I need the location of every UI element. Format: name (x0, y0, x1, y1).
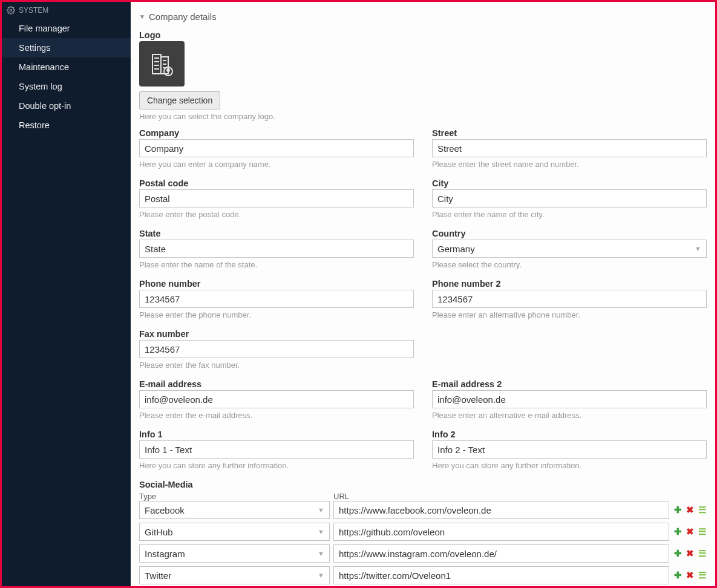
chevron-down-icon: ▼ (318, 506, 324, 514)
country-value: Germany (437, 244, 475, 254)
social-url-input[interactable] (333, 544, 669, 563)
sidebar: SYSTEM File manager Settings Maintenance… (2, 2, 131, 586)
info1-input[interactable] (139, 440, 414, 459)
phone2-input[interactable] (432, 290, 707, 308)
email-label: E-mail address (139, 379, 414, 389)
sidebar-title: SYSTEM (19, 6, 48, 15)
info2-help: Here you can store any further informati… (432, 461, 707, 470)
svg-rect-1 (152, 54, 161, 74)
phone2-help: Please enter an alternative phone number… (432, 310, 707, 319)
social-label: Social-Media (139, 480, 707, 489)
country-label: Country (432, 229, 707, 238)
delete-row-icon[interactable]: ✖ (685, 570, 695, 580)
info1-help: Here you can store any further informati… (139, 461, 414, 470)
info1-label: Info 1 (139, 430, 414, 439)
chevron-down-icon: ▼ (318, 528, 324, 535)
social-type-select[interactable]: Instagram▼ (139, 544, 330, 563)
social-row: Facebook▼ ✚ ✖ ☰ (139, 501, 707, 519)
chevron-down-icon: ▼ (318, 572, 324, 579)
phone-help: Please enter the phone number. (139, 310, 414, 319)
svg-point-0 (10, 9, 12, 11)
social-row: Twitter▼ ✚ ✖ ☰ (139, 566, 707, 584)
phone-input[interactable] (139, 290, 414, 308)
add-row-icon[interactable]: ✚ (673, 549, 683, 558)
social-type-select[interactable]: GitHub▼ (139, 523, 330, 541)
drag-handle-icon[interactable]: ☰ (697, 549, 707, 558)
drag-handle-icon[interactable]: ☰ (697, 527, 707, 537)
email-help: Please enter the e-mail address. (139, 411, 414, 420)
sidebar-item-file-manager[interactable]: File manager (2, 19, 131, 38)
sidebar-item-system-log[interactable]: System log (2, 77, 131, 96)
sidebar-item-restore[interactable]: Restore (2, 116, 131, 135)
add-row-icon[interactable]: ✚ (673, 505, 683, 515)
info2-input[interactable] (432, 440, 707, 459)
phone-label: Phone number (139, 279, 414, 289)
sidebar-header: SYSTEM (2, 2, 131, 19)
social-col-type: Type (139, 492, 330, 501)
email2-label: E-mail address 2 (432, 379, 707, 389)
social-type-select[interactable]: Facebook▼ (139, 501, 330, 519)
company-logo-preview (139, 41, 185, 87)
sidebar-item-settings[interactable]: Settings (2, 38, 131, 57)
social-url-input[interactable] (333, 523, 669, 541)
social-url-input[interactable] (333, 501, 669, 519)
delete-row-icon[interactable]: ✖ (685, 527, 695, 537)
state-help: Plase enter the name of the state. (139, 260, 414, 269)
country-select[interactable]: Germany ▼ (432, 240, 707, 258)
gear-icon (7, 6, 15, 15)
section-toggle[interactable]: ▼ Company details (139, 8, 707, 30)
change-selection-button[interactable]: Change selection (139, 91, 220, 109)
country-help: Please select the country. (432, 260, 707, 269)
delete-row-icon[interactable]: ✖ (685, 505, 695, 515)
add-row-icon[interactable]: ✚ (673, 570, 683, 580)
company-label: Company (139, 128, 414, 138)
phone2-label: Phone number 2 (432, 279, 707, 289)
building-icon (148, 50, 177, 79)
postal-label: Postal code (139, 178, 414, 188)
postal-help: Please enter the postal code. (139, 210, 414, 219)
sidebar-item-double-opt-in[interactable]: Double opt-in (2, 96, 131, 116)
section-title: Company details (149, 11, 217, 22)
street-input[interactable] (432, 139, 707, 157)
fax-help: Please enter the fax number. (139, 361, 414, 370)
add-row-icon[interactable]: ✚ (673, 527, 683, 537)
logo-label: Logo (139, 30, 707, 40)
social-url-input[interactable] (333, 566, 669, 584)
city-help: Plase enter the name of the city. (432, 210, 707, 219)
drag-handle-icon[interactable]: ☰ (697, 570, 707, 580)
city-input[interactable] (432, 189, 707, 207)
company-help: Here you can enter a company name. (139, 160, 414, 169)
social-col-url: URL (333, 492, 707, 501)
chevron-down-icon: ▼ (695, 245, 701, 252)
delete-row-icon[interactable]: ✖ (685, 549, 695, 558)
street-label: Street (432, 128, 707, 138)
info2-label: Info 2 (432, 430, 707, 439)
state-label: State (139, 229, 414, 238)
email2-help: Please enter an alternative e-mail addre… (432, 411, 707, 420)
drag-handle-icon[interactable]: ☰ (697, 505, 707, 515)
email-input[interactable] (139, 390, 414, 408)
main-panel: ▼ Company details Logo Change selection … (131, 2, 715, 586)
email2-input[interactable] (432, 390, 707, 408)
fax-input[interactable] (139, 340, 414, 358)
city-label: City (432, 178, 707, 188)
sidebar-item-maintenance[interactable]: Maintenance (2, 57, 131, 77)
chevron-down-icon: ▼ (139, 13, 145, 20)
postal-input[interactable] (139, 189, 414, 207)
logo-help: Here you can select the company logo. (139, 112, 707, 121)
social-row: Instagram▼ ✚ ✖ ☰ (139, 544, 707, 563)
social-row: GitHub▼ ✚ ✖ ☰ (139, 523, 707, 541)
company-input[interactable] (139, 139, 414, 157)
chevron-down-icon: ▼ (318, 550, 324, 557)
street-help: Please enter the street name and number. (432, 160, 707, 169)
fax-label: Fax number (139, 329, 414, 339)
state-input[interactable] (139, 240, 414, 258)
social-type-select[interactable]: Twitter▼ (139, 566, 330, 584)
